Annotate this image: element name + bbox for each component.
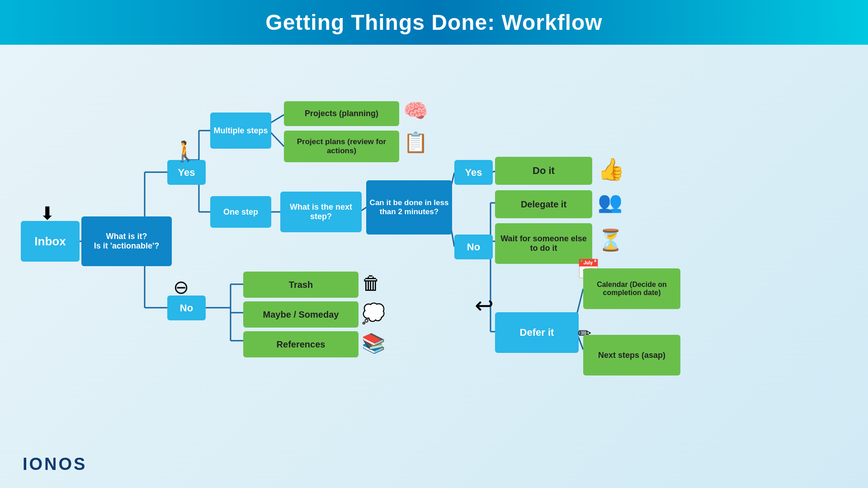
inbox-box: Inbox [21, 221, 80, 262]
thumbs-up-icon: 👍 [598, 157, 625, 182]
what-next-step-box: What is the next step? [280, 192, 362, 232]
references-box: References [243, 331, 359, 357]
multiple-steps-box: Multiple steps [210, 113, 271, 149]
inbox-down-arrow-icon: ⬇ [40, 203, 55, 224]
can-it-be-done-box: Can it be done in less than 2 minutes? [366, 180, 452, 235]
no-2min-box: No [454, 235, 493, 259]
list-icon: 📋 [403, 131, 428, 154]
books-icon: 📚 [362, 332, 385, 354]
header: Getting Things Done: Workflow [0, 0, 868, 45]
yes-2min-box: Yes [454, 160, 493, 185]
no-bottom-box: No [167, 296, 206, 320]
trash-box: Trash [243, 272, 359, 298]
cloud-think-icon: 💭 [362, 302, 385, 324]
diagram-area: Inbox ⬇ What is it? Is it 'actionable'? … [0, 45, 868, 488]
svg-line-22 [576, 289, 583, 316]
trash-bin-icon: 🗑 [362, 272, 381, 294]
defer-it-box: Defer it [495, 312, 579, 353]
calendar-box: Calendar (Decide on completion date) [583, 268, 680, 309]
walking-person-icon: 🚶 [173, 140, 198, 163]
maybe-someday-box: Maybe / Someday [243, 301, 359, 328]
no-sign-icon: ⊖ [173, 276, 189, 298]
meeting-icon: 👥 [598, 190, 623, 214]
brain-gear-icon: 🧠 [403, 99, 428, 122]
connector-lines [0, 45, 868, 488]
do-it-box: Do it [495, 157, 592, 185]
yes-top-box: Yes [167, 160, 206, 185]
delegate-it-box: Delegate it [495, 190, 592, 218]
hourglass-icon: ⏳ [598, 228, 623, 252]
next-steps-box: Next steps (asap) [583, 335, 680, 375]
share-icon: ↪ [475, 292, 494, 319]
one-step-box: One step [210, 196, 271, 228]
project-plans-box: Project plans (review for actions) [284, 131, 399, 162]
what-is-it-box: What is it? Is it 'actionable'? [81, 216, 172, 266]
ionos-logo: IONOS [23, 455, 87, 474]
page-title: Getting Things Done: Workflow [0, 10, 868, 35]
projects-planning-box: Projects (planning) [284, 101, 399, 126]
